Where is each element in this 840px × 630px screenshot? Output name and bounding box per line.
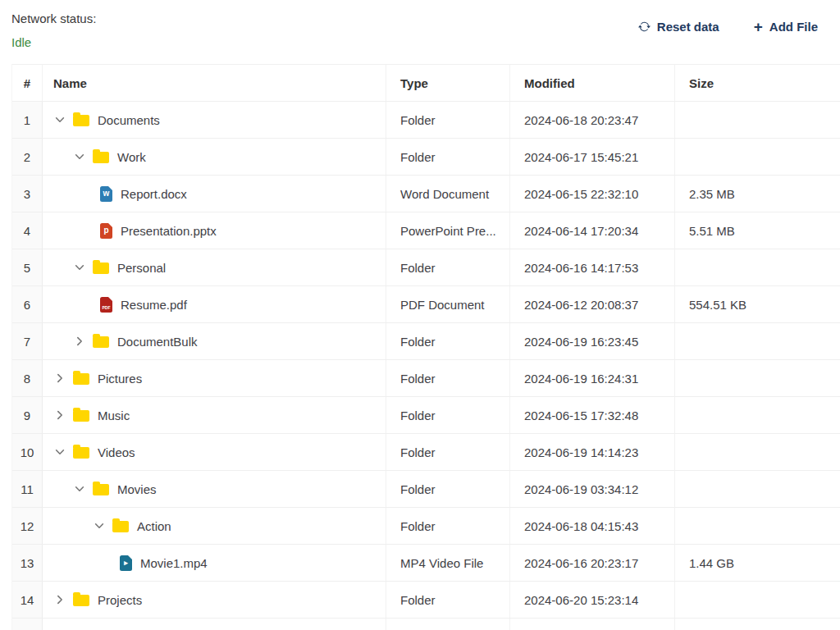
- file-name: Presentation.pptx: [121, 224, 217, 238]
- table-row[interactable]: 2 Work Folder 2024-06-17 15:45:21: [12, 139, 840, 176]
- chevron-icon[interactable]: [53, 445, 66, 459]
- row-size: [675, 582, 840, 618]
- row-name-cell: Personal: [43, 249, 386, 285]
- table-row[interactable]: 8 Pictures Folder 2024-06-19 16:24:31: [12, 360, 840, 397]
- chevron-icon[interactable]: [73, 150, 86, 163]
- row-modified: 2024-06-16 20:23:17: [510, 545, 675, 581]
- chevron-icon[interactable]: [93, 519, 106, 532]
- row-modified: 2024-06-15 22:32:10: [510, 176, 675, 212]
- row-size: [675, 434, 840, 470]
- row-type: Folder: [386, 323, 510, 359]
- table-row[interactable]: 12 Action Folder 2024-06-18 04:15:43: [12, 508, 840, 545]
- network-status: Network status: Idle: [11, 11, 96, 64]
- add-file-button[interactable]: + Add File: [754, 20, 818, 34]
- row-index: 12: [12, 508, 43, 544]
- table-row[interactable]: 1 Documents Folder 2024-06-18 20:23:47: [12, 102, 840, 139]
- file-name: Resume.pdf: [121, 298, 187, 312]
- row-type: Folder: [386, 471, 510, 507]
- row-modified: 2024-06-19 16:24:31: [510, 360, 675, 396]
- file-name: Personal: [117, 261, 166, 275]
- row-size: [675, 139, 840, 175]
- row-type: Folder: [386, 508, 510, 544]
- table-row[interactable]: 4 p Presentation.pptx PowerPoint Pre... …: [12, 212, 840, 249]
- add-file-label: Add File: [769, 20, 818, 34]
- row-type: Folder: [386, 139, 510, 175]
- network-status-label: Network status:: [11, 11, 96, 25]
- row-name-cell: w Report.docx: [43, 176, 386, 212]
- row-index: 10: [12, 434, 43, 470]
- row-type: MP4 Video File: [386, 545, 510, 581]
- row-index: 8: [12, 360, 43, 396]
- chevron-icon[interactable]: [73, 261, 86, 274]
- file-icon: PDF: [100, 297, 112, 313]
- file-icon: [112, 521, 129, 532]
- file-name: Movie1.mp4: [140, 556, 208, 570]
- row-type: Folder: [386, 397, 510, 433]
- top-bar: Network status: Idle Reset data + Add Fi…: [0, 0, 840, 64]
- table-row[interactable]: 5 Personal Folder 2024-06-16 14:17:53: [12, 249, 840, 286]
- row-type: Folder: [386, 102, 510, 138]
- row-size: [675, 249, 840, 285]
- indent-spacer: [53, 526, 93, 527]
- row-modified: 2024-06-20 15:23:14: [510, 582, 675, 618]
- row-index: 6: [12, 286, 43, 322]
- indent-spacer: [53, 341, 73, 342]
- row-index: 11: [12, 471, 43, 507]
- indent-spacer: [53, 157, 73, 158]
- file-icon: [93, 336, 109, 348]
- row-name-cell: Action: [43, 508, 386, 544]
- reset-data-label: Reset data: [657, 20, 719, 34]
- row-index: 3: [12, 176, 43, 212]
- chevron-icon[interactable]: [73, 335, 86, 348]
- row-index: 2: [12, 139, 43, 175]
- file-icon: p: [100, 223, 112, 239]
- chevron-icon[interactable]: [53, 372, 66, 385]
- table-row[interactable]: 6 PDF Resume.pdf PDF Document 2024-06-12…: [12, 286, 840, 323]
- row-type: Folder: [386, 249, 510, 285]
- chevron-icon[interactable]: [73, 482, 86, 495]
- file-icon: [73, 595, 89, 606]
- file-name: Work: [117, 150, 146, 164]
- row-type: PDF Document: [386, 286, 510, 322]
- file-name: Action: [137, 519, 171, 533]
- row-modified: 2024-06-15 17:32:48: [510, 397, 675, 433]
- row-size: [675, 397, 840, 433]
- table-row[interactable]: 14 Projects Folder 2024-06-20 15:23:14: [12, 582, 840, 619]
- row-index: 1: [12, 102, 43, 138]
- header-name: Name: [43, 65, 386, 101]
- file-icon: [93, 262, 109, 274]
- row-modified: 2024-06-19 03:34:12: [510, 471, 675, 507]
- file-icon: w: [100, 186, 112, 202]
- indent-spacer: [53, 304, 93, 305]
- file-icon: [73, 410, 89, 422]
- row-name-cell: PDF Resume.pdf: [43, 286, 386, 322]
- chevron-icon[interactable]: [53, 409, 66, 422]
- indent-spacer: [53, 563, 112, 564]
- table-row[interactable]: 10 Videos Folder 2024-06-19 14:14:23: [12, 434, 840, 471]
- row-index: 9: [12, 397, 43, 433]
- row-size: 2.35 MB: [675, 176, 840, 212]
- chevron-icon[interactable]: [53, 593, 66, 606]
- row-modified: 2024-06-17 15:45:21: [510, 139, 675, 175]
- file-name: Documents: [98, 113, 160, 127]
- row-size: 1.44 GB: [675, 545, 840, 581]
- row-size: [675, 323, 840, 359]
- row-size: [675, 508, 840, 544]
- indent-spacer: [53, 231, 93, 231]
- row-size: 554.51 KB: [675, 286, 840, 322]
- table-row[interactable]: 7 DocumentBulk Folder 2024-06-19 16:23:4…: [12, 323, 840, 360]
- table-row[interactable]: 13 ▸ Movie1.mp4 MP4 Video File 2024-06-1…: [12, 545, 840, 582]
- table-row[interactable]: 11 Movies Folder 2024-06-19 03:34:12: [12, 471, 840, 508]
- table-row[interactable]: 3 w Report.docx Word Document 2024-06-15…: [12, 176, 840, 212]
- refresh-icon: [638, 21, 651, 33]
- chevron-icon[interactable]: [53, 113, 66, 126]
- row-name-cell: Projects: [43, 582, 386, 618]
- reset-data-button[interactable]: Reset data: [638, 20, 719, 34]
- indent-spacer: [53, 267, 73, 268]
- table-body: 1 Documents Folder 2024-06-18 20:23:47 2: [12, 102, 840, 619]
- row-size: [675, 102, 840, 138]
- file-name: Videos: [98, 445, 135, 459]
- table-row[interactable]: 9 Music Folder 2024-06-15 17:32:48: [12, 397, 840, 434]
- row-index: 13: [12, 545, 43, 581]
- row-modified: 2024-06-14 17:20:34: [510, 212, 675, 249]
